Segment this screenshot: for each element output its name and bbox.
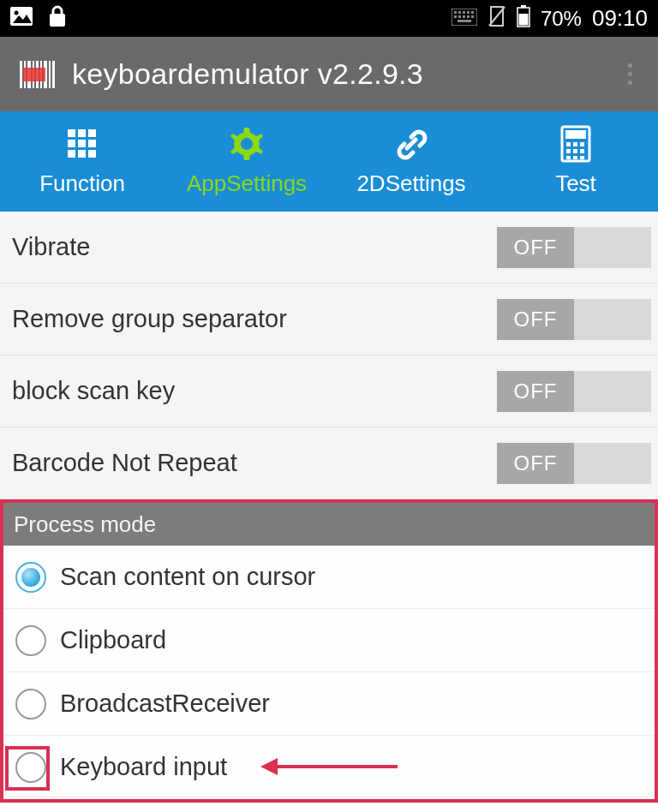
svg-rect-41 bbox=[566, 142, 571, 146]
annotation-arrow bbox=[260, 758, 398, 775]
toggle-state: OFF bbox=[497, 443, 574, 484]
toggle-block-scan-key[interactable]: OFF bbox=[497, 371, 651, 412]
svg-rect-45 bbox=[573, 149, 577, 153]
svg-rect-10 bbox=[458, 15, 461, 18]
radio-label: Clipboard bbox=[60, 626, 166, 654]
toggle-state: OFF bbox=[497, 371, 574, 412]
keyboard-icon bbox=[452, 7, 477, 31]
tab-label: 2DSettings bbox=[356, 170, 465, 197]
toggle-barcode-not-repeat[interactable]: OFF bbox=[497, 443, 651, 484]
status-bar: 70% 09:10 bbox=[0, 0, 658, 37]
settings-list: Vibrate OFF Remove group separator OFF b… bbox=[0, 212, 658, 499]
svg-rect-5 bbox=[458, 11, 461, 14]
tab-label: Function bbox=[39, 170, 125, 197]
radio-icon bbox=[15, 689, 46, 719]
toggle-remove-group-separator[interactable]: OFF bbox=[497, 299, 651, 340]
svg-rect-7 bbox=[467, 11, 470, 14]
svg-rect-18 bbox=[518, 14, 528, 26]
overflow-menu-button[interactable] bbox=[619, 55, 641, 93]
toggle-state: OFF bbox=[497, 299, 574, 340]
svg-rect-40 bbox=[565, 130, 586, 139]
tab-label: Test bbox=[555, 170, 596, 197]
setting-label: block scan key bbox=[12, 377, 175, 405]
svg-rect-20 bbox=[20, 61, 22, 88]
svg-rect-11 bbox=[463, 15, 465, 18]
svg-rect-49 bbox=[580, 156, 584, 159]
battery-percent: 70% bbox=[541, 7, 582, 31]
svg-rect-38 bbox=[88, 150, 96, 158]
app-icon bbox=[17, 54, 58, 95]
gear-icon bbox=[229, 126, 265, 162]
svg-rect-44 bbox=[566, 149, 571, 153]
highlight-keyboard-input bbox=[5, 746, 50, 791]
highlight-process-mode: Process mode Scan content on cursor Clip… bbox=[0, 499, 658, 803]
battery-icon bbox=[517, 5, 530, 33]
svg-rect-30 bbox=[68, 129, 75, 137]
svg-rect-47 bbox=[566, 156, 571, 159]
grid-icon bbox=[65, 126, 99, 162]
radio-icon bbox=[15, 625, 46, 656]
svg-rect-29 bbox=[23, 68, 45, 81]
setting-label: Barcode Not Repeat bbox=[12, 449, 237, 477]
svg-rect-33 bbox=[68, 140, 75, 147]
radio-icon bbox=[15, 562, 46, 593]
setting-label: Remove group separator bbox=[12, 305, 287, 333]
svg-rect-6 bbox=[463, 11, 465, 14]
svg-rect-12 bbox=[467, 15, 470, 18]
radio-scan-content-on-cursor[interactable]: Scan content on cursor bbox=[3, 546, 655, 609]
svg-rect-14 bbox=[458, 20, 471, 22]
svg-rect-28 bbox=[52, 61, 55, 88]
lock-icon bbox=[48, 5, 67, 33]
svg-rect-37 bbox=[78, 150, 86, 158]
app-title: keyboardemulator v2.2.9.3 bbox=[72, 57, 423, 91]
svg-rect-13 bbox=[471, 15, 474, 18]
landscape-icon bbox=[10, 7, 33, 31]
svg-rect-34 bbox=[78, 140, 86, 147]
setting-label: Vibrate bbox=[12, 233, 90, 261]
setting-vibrate[interactable]: Vibrate OFF bbox=[0, 212, 658, 284]
svg-rect-43 bbox=[580, 142, 584, 146]
radio-clipboard[interactable]: Clipboard bbox=[3, 609, 655, 672]
svg-rect-9 bbox=[454, 15, 457, 18]
radio-label: Scan content on cursor bbox=[60, 563, 315, 591]
toggle-vibrate[interactable]: OFF bbox=[497, 227, 651, 268]
clock: 09:10 bbox=[592, 5, 648, 32]
svg-rect-42 bbox=[573, 142, 577, 146]
svg-rect-8 bbox=[471, 11, 474, 14]
svg-rect-32 bbox=[88, 129, 96, 137]
setting-barcode-not-repeat[interactable]: Barcode Not Repeat OFF bbox=[0, 427, 658, 499]
svg-rect-36 bbox=[68, 150, 75, 158]
tab-label: AppSettings bbox=[187, 170, 307, 197]
tab-function[interactable]: Function bbox=[0, 111, 164, 212]
svg-rect-48 bbox=[573, 156, 577, 159]
radio-broadcastreceiver[interactable]: BroadcastReceiver bbox=[3, 672, 655, 736]
svg-rect-31 bbox=[78, 129, 86, 137]
tab-appsettings[interactable]: AppSettings bbox=[164, 111, 329, 212]
link-icon bbox=[392, 126, 430, 162]
svg-rect-2 bbox=[50, 14, 65, 27]
svg-point-1 bbox=[15, 10, 19, 15]
setting-remove-group-separator[interactable]: Remove group separator OFF bbox=[0, 284, 658, 355]
app-bar: keyboardemulator v2.2.9.3 bbox=[0, 37, 658, 111]
svg-rect-27 bbox=[49, 61, 51, 88]
svg-rect-4 bbox=[454, 11, 457, 14]
radio-label: BroadcastReceiver bbox=[60, 690, 270, 718]
calculator-icon bbox=[560, 126, 591, 162]
svg-rect-46 bbox=[580, 149, 584, 153]
tab-bar: Function AppSettings 2DSettings bbox=[0, 111, 658, 212]
section-header-process-mode: Process mode bbox=[3, 503, 655, 546]
toggle-state: OFF bbox=[497, 227, 574, 268]
setting-block-scan-key[interactable]: block scan key OFF bbox=[0, 355, 658, 427]
no-sim-icon bbox=[488, 5, 506, 33]
svg-rect-35 bbox=[88, 140, 96, 147]
tab-2dsettings[interactable]: 2DSettings bbox=[329, 111, 494, 212]
tab-test[interactable]: Test bbox=[494, 111, 658, 212]
radio-label: Keyboard input bbox=[60, 753, 227, 781]
